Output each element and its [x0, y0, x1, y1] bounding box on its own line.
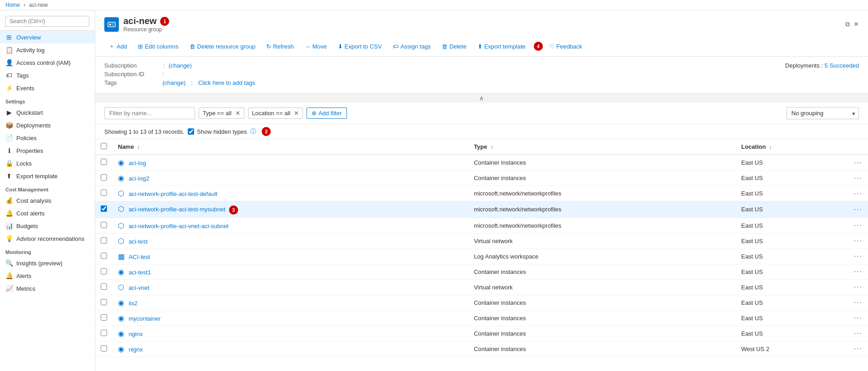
row-menu-r5[interactable]: ··· — [854, 221, 863, 229]
tags-change-link[interactable]: (change) — [162, 79, 185, 86]
assign-tags-button[interactable]: 🏷 Assign tags — [388, 41, 435, 52]
row-checkbox-r11[interactable] — [101, 314, 107, 321]
row-menu-r3[interactable]: ··· — [854, 190, 863, 197]
row-menu-r4[interactable]: ··· — [854, 205, 863, 213]
edit-columns-button[interactable]: ⊞ Edit columns — [133, 41, 183, 52]
row-name-link-r2[interactable]: aci-log2 — [129, 175, 150, 182]
row-checkbox-r3[interactable] — [101, 190, 107, 196]
row-menu-r10[interactable]: ··· — [854, 298, 863, 306]
row-name-link-r5[interactable]: aci-network-profile-aci-vnet-aci-subnet — [129, 223, 229, 229]
add-filter-button[interactable]: ⊕ Add filter — [307, 107, 346, 119]
grouping-dropdown[interactable]: No groupingResource typeLocationTags — [786, 107, 859, 119]
row-name-link-r11[interactable]: mycontainer — [129, 315, 161, 322]
sidebar-item-activity-log[interactable]: 📋Activity log — [0, 44, 95, 56]
subscription-change-link[interactable]: (change) — [169, 62, 192, 69]
row-name-link-r8[interactable]: aci-test1 — [129, 269, 151, 276]
collapse-button[interactable]: ∧ — [95, 94, 868, 103]
sidebar-item-alerts[interactable]: 🔔Alerts — [0, 269, 95, 282]
row-checkbox-r13[interactable] — [101, 345, 107, 351]
sidebar-item-overview[interactable]: ⊞Overview — [0, 31, 95, 44]
deployments-value[interactable]: 5 Succeeded — [824, 62, 859, 69]
delete-button[interactable]: 🗑 Delete — [437, 41, 471, 52]
delete-resource-group-button[interactable]: 🗑 Delete resource group — [185, 41, 260, 52]
row-checkbox-r4[interactable] — [101, 205, 107, 212]
sidebar-item-insights[interactable]: 🔍Insights (preview) — [0, 257, 95, 269]
select-all-table-checkbox[interactable] — [101, 143, 107, 149]
close-icon[interactable]: ✕ — [853, 20, 859, 28]
col-location[interactable]: Location ↕ — [736, 139, 848, 155]
col-name[interactable]: Name ↕ — [112, 139, 468, 155]
sidebar-item-properties[interactable]: ℹProperties — [0, 144, 95, 157]
row-checkbox-r9[interactable] — [101, 283, 107, 290]
row-name-link-r7[interactable]: ACI-test — [129, 254, 150, 260]
sidebar-label-advisor-recommendations: Advisor recommendations — [16, 235, 84, 242]
col-type[interactable]: Type ↕ — [468, 139, 736, 155]
location-filter-remove[interactable]: ✕ — [294, 110, 299, 117]
row-name-link-r3[interactable]: aci-network-profile-aci-test-default — [129, 190, 218, 197]
location-filter-tag[interactable]: Location == all ✕ — [248, 107, 303, 119]
sidebar-item-policies[interactable]: 📄Policies — [0, 132, 95, 144]
row-menu-r11[interactable]: ··· — [854, 314, 863, 322]
sidebar-item-budgets[interactable]: 📊Budgets — [0, 220, 95, 232]
sidebar-item-tags[interactable]: 🏷Tags — [0, 69, 95, 82]
row-name-link-r4[interactable]: aci-network-profile-aci-test-mysubnet — [129, 206, 225, 213]
sidebar-item-access-control[interactable]: 👤Access control (IAM) — [0, 56, 95, 69]
row-menu-r6[interactable]: ··· — [854, 237, 863, 244]
row-name-link-r13[interactable]: nignx — [129, 346, 143, 353]
row-menu-r12[interactable]: ··· — [854, 329, 863, 337]
sidebar-item-deployments[interactable]: 📦Deployments — [0, 119, 95, 132]
export-template-button[interactable]: ⬆ Export template — [473, 41, 530, 52]
row-checkbox-r10[interactable] — [101, 299, 107, 305]
restore-icon[interactable]: ⧉ — [845, 20, 850, 28]
sidebar-item-cost-alerts[interactable]: 🔔Cost alerts — [0, 207, 95, 220]
add-tags-link[interactable]: Click here to add tags — [198, 79, 255, 86]
type-filter-tag[interactable]: Type == all ✕ — [199, 107, 244, 119]
row-name-link-r6[interactable]: aci-test — [129, 238, 148, 245]
row-checkbox-r12[interactable] — [101, 330, 107, 336]
move-button[interactable]: → Move — [300, 41, 332, 52]
row-name-cell-r4: ⬡ aci-network-profile-aci-test-mysubnet3 — [112, 201, 468, 218]
row-checkbox-r7[interactable] — [101, 253, 107, 259]
sidebar-item-locks[interactable]: 🔒Locks — [0, 157, 95, 170]
row-location-cell-r11: East US — [736, 310, 848, 326]
row-actions-cell-r1: ··· — [848, 155, 868, 171]
show-hidden-types-checkbox[interactable] — [188, 128, 194, 135]
row-name-link-r10[interactable]: iis2 — [129, 300, 138, 307]
type-filter-remove[interactable]: ✕ — [235, 110, 240, 117]
row-type-icon-r4: ⬡ — [118, 205, 124, 213]
row-menu-r1[interactable]: ··· — [854, 159, 863, 166]
sidebar-item-events[interactable]: ⚡Events — [0, 82, 95, 94]
row-checkbox-r1[interactable] — [101, 159, 107, 165]
export-csv-button[interactable]: ⬇ Export to CSV — [333, 41, 386, 52]
search-input[interactable] — [5, 16, 89, 27]
sidebar-item-metrics[interactable]: 📈Metrics — [0, 282, 95, 295]
row-checkbox-r5[interactable] — [101, 222, 107, 228]
row-menu-r7[interactable]: ··· — [854, 252, 863, 260]
row-name-link-r9[interactable]: aci-vnet — [129, 284, 150, 291]
type-sort-icon[interactable]: ↕ — [491, 144, 493, 150]
filter-bar: Type == all ✕ Location == all ✕ ⊕ Add fi… — [95, 103, 868, 124]
location-sort-icon[interactable]: ↕ — [769, 144, 772, 150]
home-link[interactable]: Home — [5, 2, 20, 8]
sidebar-item-quickstart[interactable]: ▶Quickstart — [0, 106, 95, 119]
row-name-link-r12[interactable]: nginx — [129, 331, 143, 337]
row-menu-r9[interactable]: ··· — [854, 283, 863, 291]
show-hidden-types-label[interactable]: Show hidden types — [188, 128, 247, 135]
sidebar-item-advisor-recommendations[interactable]: 💡Advisor recommendations — [0, 232, 95, 245]
sidebar-icon-advisor-recommendations: 💡 — [5, 235, 13, 242]
row-menu-r13[interactable]: ··· — [854, 345, 863, 352]
row-menu-r8[interactable]: ··· — [854, 268, 863, 275]
sidebar-item-cost-analysis[interactable]: 💰Cost analysis — [0, 194, 95, 207]
row-checkbox-r6[interactable] — [101, 237, 107, 244]
filter-by-name-input[interactable] — [104, 107, 195, 119]
feedback-button[interactable]: ♡ Feedback — [545, 41, 587, 52]
refresh-button[interactable]: ↻ Refresh — [262, 41, 298, 52]
name-sort-icon[interactable]: ↕ — [137, 144, 140, 150]
window-controls[interactable]: ⧉ ✕ — [845, 20, 859, 28]
row-checkbox-r8[interactable] — [101, 268, 107, 274]
row-checkbox-r2[interactable] — [101, 174, 107, 181]
row-menu-r2[interactable]: ··· — [854, 174, 863, 182]
sidebar-item-export-template[interactable]: ⬆Export template — [0, 170, 95, 182]
add-button[interactable]: ＋ Add — [104, 40, 132, 53]
row-name-link-r1[interactable]: aci-log — [129, 160, 146, 166]
